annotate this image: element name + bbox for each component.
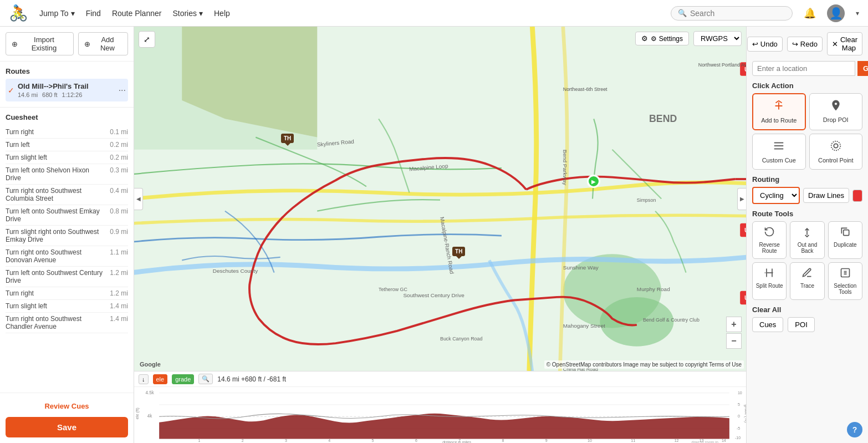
clear-map-button[interactable]: ✕ Clear Map (827, 32, 862, 55)
map-area[interactable]: US 97 US 97 US 97 BEND Skyliners Road Ma… (134, 27, 746, 371)
top-navigation: 🚴 Jump To ▾ Find Route Planner Stories ▾… (0, 0, 868, 27)
route-stats: 14.6 mi 680 ft 1:12:26 (18, 91, 89, 98)
draw-lines-button[interactable]: Draw Lines (803, 188, 849, 203)
settings-icon: ⚙ (641, 34, 648, 43)
split-route-icon (764, 267, 775, 281)
cue-row: Turn left onto Shelvon Hixon Drive 0.3 m… (6, 164, 128, 185)
search-box[interactable]: 🔍 (671, 6, 793, 21)
route-item[interactable]: ✓ Old Mill-->Phil's Trail 14.6 mi 680 ft… (6, 79, 128, 101)
svg-text:BEND: BEND (649, 113, 677, 124)
elevation-stats: 14.6 mi +680 ft / -681 ft (217, 375, 286, 383)
cue-distance: 1.4 mi (110, 315, 128, 323)
cue-text: Turn right onto Southwest Chandler Avenu… (6, 315, 105, 330)
add-new-button[interactable]: ⊕ Add New (78, 32, 128, 55)
save-button[interactable]: Save (6, 417, 128, 437)
chevron-down-icon: ▾ (71, 9, 75, 18)
svg-text:3: 3 (285, 438, 287, 443)
svg-text:Buck Canyon Road: Buck Canyon Road (440, 336, 482, 342)
elevation-down-button[interactable]: ↓ (139, 374, 149, 384)
clear-poi-button[interactable]: POI (788, 317, 814, 332)
out-and-back-button[interactable]: Out and Back (790, 221, 824, 259)
zoom-out-button[interactable]: − (726, 333, 742, 349)
route-name: Old Mill-->Phil's Trail (18, 82, 89, 90)
svg-text:-5: -5 (737, 425, 740, 430)
go-button[interactable]: Go (857, 61, 868, 76)
routes-label: Routes (6, 67, 128, 75)
svg-text:14: 14 (722, 438, 726, 443)
svg-text:4k: 4k (147, 414, 152, 419)
user-menu-chevron[interactable]: ▾ (856, 9, 859, 17)
clear-all-row: Cues POI (752, 317, 862, 332)
svg-rect-64 (843, 230, 849, 236)
cue-distance: 0.8 mi (110, 207, 128, 215)
elevation-zoom-button[interactable]: 🔍 (198, 374, 213, 384)
search-input[interactable] (690, 9, 785, 18)
location-input[interactable] (752, 61, 855, 76)
route-menu-icon[interactable]: ··· (119, 85, 126, 95)
svg-text:US 97: US 97 (744, 294, 746, 301)
right-sidebar: ↩ Undo ↪ Redo ✕ Clear Map Go Click Actio… (746, 27, 868, 443)
drop-poi-button[interactable]: Drop POI (809, 93, 863, 130)
import-existing-button[interactable]: ⊕ Import Existing (6, 32, 74, 55)
location-search-bar: Go (752, 61, 862, 76)
settings-button[interactable]: ⚙ ⚙ Settings (635, 32, 689, 45)
duplicate-button[interactable]: Duplicate (828, 221, 862, 259)
cue-distance: 1.4 mi (110, 302, 128, 310)
reverse-route-icon (764, 226, 775, 240)
svg-text:9: 9 (545, 438, 548, 443)
user-avatar[interactable]: 👤 (827, 4, 845, 22)
cue-distance: 0.2 mi (110, 154, 128, 161)
nav-jump-to[interactable]: Jump To ▾ (39, 9, 75, 18)
site-logo[interactable]: 🚴 (9, 4, 28, 22)
route-tools-label: Route Tools (752, 210, 862, 218)
control-point-button[interactable]: Control Point (809, 134, 863, 170)
undo-button[interactable]: ↩ Undo (747, 37, 783, 52)
collapse-right-button[interactable]: ▶ (737, 188, 746, 210)
routing-section: Routing Cycling Walking Driving Gravel D… (752, 175, 862, 204)
redo-button[interactable]: ↪ Redo (787, 37, 823, 52)
notifications-bell[interactable]: 🔔 (804, 7, 816, 19)
map-type-select[interactable]: RWGPS Satellite Terrain OSM (693, 31, 742, 46)
cue-row: Turn slight left 1.4 mi (6, 300, 128, 313)
svg-text:Southwest Century Drive: Southwest Century Drive (403, 292, 464, 298)
cue-text: Turn left onto Southwest Emkay Drive (6, 207, 105, 223)
clear-cues-button[interactable]: Cues (752, 317, 783, 332)
nav-find[interactable]: Find (86, 9, 101, 18)
svg-text:6: 6 (415, 438, 417, 443)
plus-circle-icon: ⊕ (12, 40, 18, 48)
cue-text: Turn right onto Southwest Donovan Avenue (6, 248, 105, 264)
trace-button[interactable]: Trace (790, 262, 824, 300)
custom-cue-button[interactable]: Custom Cue (752, 134, 806, 170)
reverse-route-button[interactable]: Reverse Route (752, 221, 787, 259)
collapse-left-button[interactable]: ◀ (134, 188, 143, 210)
elevation-ele-button[interactable]: ele (153, 374, 168, 384)
cuesheet-label: Cuesheet (6, 113, 128, 121)
cuesheet-section: Cuesheet Turn right 0.1 mi Turn left 0.2… (0, 108, 134, 393)
elevation-chart[interactable]: 4.5k 4k 1 2 3 4 (134, 387, 746, 443)
nav-route-planner[interactable]: Route Planner (112, 9, 162, 18)
svg-text:-10: -10 (735, 435, 741, 440)
split-route-button[interactable]: Split Route (752, 262, 787, 300)
route-color-picker[interactable] (852, 190, 862, 202)
add-to-route-button[interactable]: Add to Route (752, 93, 806, 130)
nav-stories[interactable]: Stories ▾ (172, 9, 203, 18)
routes-section: Routes ✓ Old Mill-->Phil's Trail 14.6 mi… (0, 62, 134, 108)
fullscreen-button[interactable]: ⤢ (139, 31, 155, 48)
svg-text:1: 1 (198, 438, 200, 443)
zoom-in-button[interactable]: + (726, 317, 742, 332)
google-logo: Google (140, 361, 161, 368)
elevation-grade-button[interactable]: grade (172, 374, 194, 384)
undo-icon: ↩ (752, 40, 758, 48)
selection-tools-button[interactable]: Selection Tools (828, 262, 862, 300)
routing-select[interactable]: Cycling Walking Driving Gravel (752, 187, 800, 204)
route-distance: 14.6 mi (18, 91, 38, 98)
nav-help[interactable]: Help (214, 9, 230, 18)
help-button[interactable]: ? (847, 422, 862, 437)
cue-distance: 0.4 mi (110, 187, 128, 195)
svg-text:ele (ft): ele (ft) (135, 408, 140, 419)
trace-icon (801, 267, 813, 281)
cue-row: Turn right 1.2 mi (6, 287, 128, 300)
review-cues-button[interactable]: Review Cues (6, 399, 128, 414)
clear-all-section: Clear All Cues POI (752, 305, 862, 332)
svg-text:11: 11 (631, 438, 635, 443)
